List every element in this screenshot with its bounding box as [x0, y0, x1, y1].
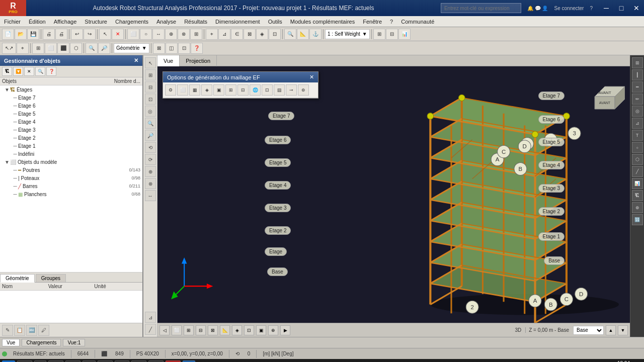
edit-btn4[interactable]: 🖊	[38, 325, 49, 336]
tb-btn9[interactable]: ⊗	[178, 29, 190, 40]
undo-button[interactable]: ↩	[71, 29, 83, 40]
open-button[interactable]: 📂	[15, 29, 27, 40]
sidebar-tb-btn3[interactable]: ✕	[24, 67, 34, 76]
rt-btn3[interactable]: ━	[632, 81, 643, 93]
tb-btn11[interactable]: ⌖	[206, 29, 218, 40]
lv-btn14[interactable]: ╱	[145, 324, 156, 335]
tree-item-etage5[interactable]: ─ Etage 5	[0, 110, 142, 118]
vp-btn1[interactable]: ◁	[159, 325, 170, 335]
dlg-btn5[interactable]: ▣	[213, 84, 224, 96]
tree-item-etage3[interactable]: ─ Etage 3	[0, 126, 142, 134]
rt-btn2[interactable]: ┃	[632, 69, 643, 80]
dlg-btn3[interactable]: ▦	[189, 84, 200, 96]
tb2-btn8[interactable]: 🔎	[98, 43, 110, 54]
edit-btn2[interactable]: 📋	[14, 325, 25, 336]
viewport-3d[interactable]: 1 2 3 A B C D A B C	[157, 66, 630, 323]
dlg-btn12[interactable]: ⊛	[298, 84, 309, 96]
tb-btn13[interactable]: ∈	[231, 29, 243, 40]
sidebar-tb-btn1[interactable]: 🏗	[2, 67, 12, 76]
view-label-tab-vue[interactable]: Vue	[2, 339, 20, 346]
tb2-btn7[interactable]: 🔍	[86, 43, 98, 54]
vp-floor-select[interactable]: Base Etage 1 Etage 2	[573, 326, 604, 335]
menu-dimensionnement[interactable]: Dimensionnement	[211, 16, 264, 27]
load-case-dropdown[interactable]: 1 : Self Weight ▼	[325, 29, 370, 39]
tree-item-objets[interactable]: ▼ ⬜ Objets du modèle	[0, 158, 142, 166]
search-input[interactable]	[441, 3, 521, 13]
tree-item-etage1[interactable]: ─ Etage 1	[0, 142, 142, 150]
tb2-btn1[interactable]: ↖↗	[2, 43, 16, 54]
print-button[interactable]: 🖨	[43, 29, 55, 40]
tab-projection[interactable]: Projection	[180, 55, 217, 66]
tb-btn20[interactable]: ⊞	[373, 29, 385, 40]
dlg-btn2[interactable]: ⬜	[177, 84, 188, 96]
tab-vue[interactable]: Vue	[157, 55, 180, 66]
lv-btn5[interactable]: ◎	[145, 106, 156, 117]
maximize-button[interactable]: □	[614, 0, 629, 16]
edit-btn3[interactable]: 🔤	[26, 325, 37, 336]
sidebar-tb-btn5[interactable]: ❓	[46, 67, 56, 76]
delete-button[interactable]: ✕	[112, 29, 124, 40]
menu-communaute[interactable]: Communauté	[397, 16, 438, 27]
vp-btn5[interactable]: ⊠	[208, 325, 218, 335]
tree-item-planchers[interactable]: ─ ▦ Planchers 0/68	[0, 190, 142, 198]
vp-btn9[interactable]: ▣	[256, 325, 266, 335]
lv-btn9[interactable]: ⟳	[145, 154, 156, 165]
sidebar-close-icon[interactable]: ✕	[134, 57, 138, 64]
rt-btn14[interactable]: 🔢	[632, 214, 643, 225]
close-button[interactable]: ✕	[629, 0, 644, 16]
tb-btn8[interactable]: ⊕	[165, 29, 177, 40]
vp-btn8[interactable]: ⊡	[244, 325, 254, 335]
tb-btn16[interactable]: ⊡	[269, 29, 281, 40]
tab-geometrie[interactable]: Géométrie	[0, 274, 35, 283]
sidebar-tb-btn2[interactable]: 🔽	[13, 67, 23, 76]
vp-btn10[interactable]: ⊕	[268, 325, 278, 335]
menu-fichier[interactable]: Fichier	[0, 16, 25, 27]
dlg-btn8[interactable]: 🌐	[250, 84, 261, 96]
vp-btn2[interactable]: ⬜	[172, 325, 182, 335]
dlg-btn7[interactable]: ⊟	[237, 84, 249, 96]
lv-btn1[interactable]: ↖	[145, 57, 156, 68]
tb-btn10[interactable]: ⊞	[190, 29, 202, 40]
vp-btn4[interactable]: ⊟	[196, 325, 206, 335]
lv-btn7[interactable]: 🔎	[145, 130, 156, 141]
menu-affichage[interactable]: Affichage	[50, 16, 81, 27]
tree-item-poutres[interactable]: ─ ━ Poutres 0/143	[0, 166, 142, 174]
tree-item-barres[interactable]: ─ ╱ Barres 0/211	[0, 182, 142, 190]
vp-btn3[interactable]: ⊞	[184, 325, 194, 335]
dlg-btn11[interactable]: ⊸	[286, 84, 297, 96]
tb2-btn5[interactable]: ⬛	[57, 43, 69, 54]
vp-btn11[interactable]: ▶	[280, 325, 290, 335]
lv-btn12[interactable]: ↔	[145, 190, 156, 201]
help-icons[interactable]: 🔔 💬 👤	[525, 5, 550, 12]
tb2-btn4[interactable]: ⬜	[45, 43, 57, 54]
view-label-tab-vue1[interactable]: Vue:1	[63, 339, 85, 346]
lv-btn4[interactable]: ⊡	[145, 94, 156, 105]
tree-item-etage6[interactable]: ─ Etage 6	[0, 102, 142, 110]
tree-item-etage2[interactable]: ─ Etage 2	[0, 134, 142, 142]
tb2-btn6[interactable]: ⬡	[70, 43, 82, 54]
dlg-btn1[interactable]: ⚙	[165, 84, 176, 96]
tb-btn19[interactable]: ⚓	[309, 29, 321, 40]
tb2-btn11[interactable]: ⊡	[178, 43, 190, 54]
tb2-btn2[interactable]: ⌖	[17, 43, 29, 54]
print2-button[interactable]: 🖨	[55, 29, 67, 40]
rt-btn10[interactable]: ╱	[632, 166, 643, 177]
vp-floor-down[interactable]: ▼	[618, 325, 628, 335]
tb-btn7[interactable]: ↔	[152, 29, 165, 40]
view-mode-dropdown[interactable]: Géométrie ▼	[114, 43, 149, 53]
minimize-button[interactable]: ─	[599, 0, 614, 16]
edit-btn1[interactable]: ✎	[2, 325, 13, 336]
tb2-btn3[interactable]: ⊞	[32, 43, 44, 54]
rt-btn4[interactable]: ✏	[632, 94, 643, 105]
lv-btn13[interactable]: ⊿	[145, 312, 156, 323]
lv-btn11[interactable]: ⊗	[145, 178, 156, 189]
vp-btn6[interactable]: 📐	[220, 325, 230, 335]
lv-btn8[interactable]: ⟲	[145, 142, 156, 153]
dlg-btn6[interactable]: ⊞	[225, 84, 236, 96]
rt-btn7[interactable]: T	[632, 130, 643, 141]
tree-item-poteaux[interactable]: ─ | Poteaux 0/98	[0, 174, 142, 182]
menu-structure[interactable]: Structure	[80, 16, 111, 27]
lv-btn10[interactable]: ⊕	[145, 166, 156, 177]
tree-item-etage7[interactable]: ─ Etage 7	[0, 94, 142, 102]
menu-edition[interactable]: Édition	[25, 16, 50, 27]
